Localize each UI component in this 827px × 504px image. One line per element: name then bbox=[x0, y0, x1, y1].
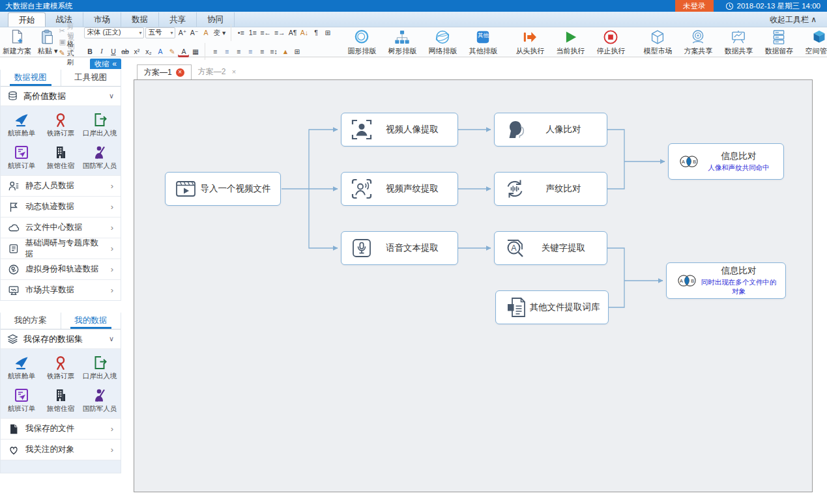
alignment-button[interactable]: ⊞ bbox=[291, 46, 302, 57]
layout-button[interactable]: 其他 其他排版 bbox=[463, 29, 503, 55]
flow-node-speech-text[interactable]: 语音文本提取 bbox=[341, 231, 458, 265]
section-saved-datasets[interactable]: 我保存的数据集 ∨ bbox=[1, 329, 121, 349]
dataset-tile[interactable]: 旅馆住宿 bbox=[41, 385, 80, 413]
alignment-button[interactable]: ≡↕ bbox=[268, 46, 279, 57]
flow-node-video-voice[interactable]: 视频声纹提取 bbox=[341, 172, 458, 206]
font-tool-button[interactable]: A⁻ bbox=[188, 27, 199, 38]
dataset-tile[interactable]: 铁路订票 bbox=[41, 352, 80, 381]
text-style-button[interactable]: I bbox=[96, 46, 107, 57]
chevron-down-icon: ∨ bbox=[109, 92, 114, 100]
collapse-sidebar-button[interactable]: 收缩 « bbox=[90, 59, 121, 69]
paragraph-tool-button[interactable]: ≡← bbox=[259, 27, 272, 38]
paragraph-tool-button[interactable]: ⊞ bbox=[322, 27, 333, 38]
dataset-tile[interactable]: 国防军人员 bbox=[80, 385, 119, 413]
paragraph-tool-button[interactable]: •≡ bbox=[235, 27, 246, 38]
text-style-button[interactable]: x₂ bbox=[143, 46, 154, 57]
format-painter-button[interactable]: ✎格式刷 bbox=[59, 48, 75, 58]
app-title: 大数据自主建模系统 bbox=[0, 1, 675, 11]
paragraph-tool-button[interactable]: A¶ bbox=[287, 27, 298, 38]
text-style-button[interactable]: ab bbox=[119, 46, 130, 57]
dataset-tile[interactable]: 口岸出入境 bbox=[80, 109, 119, 138]
layout-button[interactable]: 树形排版 bbox=[382, 29, 422, 55]
sidebar-category-row[interactable]: 虚拟身份和轨迹数据 › bbox=[1, 259, 121, 279]
text-style-button[interactable]: B bbox=[84, 46, 95, 57]
text-style-button[interactable]: ▦ bbox=[190, 46, 201, 57]
close-tab-icon[interactable]: × bbox=[229, 68, 238, 76]
layout-button[interactable]: 圆形排版 bbox=[341, 29, 382, 55]
sidebar-category-row[interactable]: 市场共享数据 › bbox=[1, 279, 121, 300]
font-tool-button[interactable]: A⁺ bbox=[177, 27, 188, 38]
plan-tab[interactable]: 方案—1 × bbox=[137, 64, 192, 79]
alignment-button[interactable]: ≡ bbox=[233, 46, 244, 57]
font-tool-button[interactable]: 变 ▾ bbox=[212, 27, 227, 38]
dataset-tile[interactable]: 航班订单 bbox=[2, 142, 41, 171]
new-plan-button[interactable]: 新建方案 bbox=[3, 29, 31, 55]
sidebar-category-row[interactable]: 动态轨迹数据 › bbox=[1, 196, 121, 217]
text-style-button[interactable]: x² bbox=[131, 46, 142, 57]
alignment-button[interactable]: ≡ bbox=[256, 46, 267, 57]
alignment-button[interactable]: ≡ bbox=[209, 46, 220, 57]
dataset-tile[interactable]: 航班舱单 bbox=[2, 109, 41, 138]
font-name-select[interactable]: 宋体 (正文)▾ bbox=[84, 27, 144, 38]
alignment-button[interactable]: ▲ bbox=[280, 46, 291, 57]
flow-node-other-files[interactable]: 其他文件提取词库 bbox=[495, 290, 609, 324]
login-status-badge[interactable]: 未登录 bbox=[675, 0, 714, 12]
alignment-button[interactable]: ≡ bbox=[244, 46, 255, 57]
paragraph-tool-button[interactable]: ¶ bbox=[310, 27, 321, 38]
search-a-icon: A bbox=[503, 236, 527, 260]
sidebar-category-row[interactable]: 基础调研与专题库数据 › bbox=[1, 238, 121, 259]
text-style-button[interactable]: ✎ bbox=[166, 46, 177, 57]
execute-button[interactable]: 停止执行 bbox=[590, 29, 631, 55]
share-button[interactable]: 空间管理 bbox=[799, 29, 827, 55]
text-style-button[interactable]: U bbox=[108, 46, 119, 57]
dataset-tile[interactable]: 航班订单 bbox=[2, 385, 41, 413]
plan-tab[interactable]: 方案—2 × bbox=[192, 64, 245, 79]
flow-node-info-compare-1[interactable]: AB 信息比对 人像和声纹共同命中 bbox=[668, 143, 784, 180]
flow-node-face-compare[interactable]: 人像比对 bbox=[494, 113, 607, 147]
dataset-tile[interactable]: 旅馆住宿 bbox=[41, 142, 80, 171]
flow-canvas[interactable]: 导入一个视频文件 视频人像提取 视频声纹提取 bbox=[134, 79, 813, 492]
tree-layout-icon bbox=[393, 29, 411, 46]
paragraph-tool-button[interactable]: ≡→ bbox=[273, 27, 287, 38]
sidebar-tab[interactable]: 数据视图 bbox=[1, 70, 61, 86]
text-style-button[interactable]: A bbox=[154, 46, 166, 57]
chevron-right-icon: › bbox=[111, 445, 113, 455]
dataset-tile[interactable]: 国防军人员 bbox=[80, 142, 119, 171]
flow-node-info-compare-2[interactable]: AB 信息比对 同时出现在多个文件中的对象 bbox=[666, 262, 786, 299]
sidebar-tab[interactable]: 我的方案 bbox=[1, 313, 61, 329]
text-style-button[interactable]: A bbox=[178, 46, 189, 57]
sidebar-category-row[interactable]: 静态人员数据 › bbox=[1, 175, 121, 196]
share-button[interactable]: 模型市场 bbox=[637, 29, 678, 55]
font-tool-button[interactable]: A bbox=[200, 27, 211, 38]
section-high-value-data[interactable]: 高价值数据 ∨ bbox=[1, 87, 121, 106]
sidebar-tab[interactable]: 我的数据 bbox=[61, 313, 121, 329]
execute-button[interactable]: 当前执行 bbox=[550, 29, 590, 55]
sidebar-tab[interactable]: 工具视图 bbox=[61, 70, 121, 86]
ribbon-tab[interactable]: 开始 bbox=[8, 12, 46, 27]
layout-button[interactable]: 网络排版 bbox=[422, 29, 463, 55]
paste-button[interactable]: 粘贴 ▾ bbox=[38, 29, 58, 55]
sidebar-category-row[interactable]: 我保存的文件 › bbox=[1, 418, 121, 439]
font-size-select[interactable]: 五号▾ bbox=[145, 27, 175, 38]
network-layout-icon bbox=[433, 29, 452, 46]
ribbon-tab[interactable]: 战法 bbox=[46, 12, 83, 27]
sidebar-category-row[interactable]: 我关注的对象 › bbox=[1, 439, 121, 460]
share-button[interactable]: 方案共享 bbox=[678, 29, 718, 55]
paragraph-tool-button[interactable]: 1≡ bbox=[247, 27, 258, 38]
flow-node-voice-compare[interactable]: 声纹比对 bbox=[494, 172, 607, 206]
close-tab-icon[interactable]: × bbox=[176, 68, 184, 77]
execute-button[interactable]: 从头执行 bbox=[510, 29, 550, 55]
paragraph-tool-button[interactable]: A↓ bbox=[298, 27, 310, 38]
sidebar-category-row[interactable]: 云文件中心数据 › bbox=[1, 217, 121, 238]
flow-node-keyword[interactable]: A 关键字提取 bbox=[494, 231, 607, 265]
share-button[interactable]: 数据留存 bbox=[759, 29, 799, 55]
dataset-tile[interactable]: 航班舱单 bbox=[2, 352, 41, 381]
dataset-tile[interactable]: 铁路订票 bbox=[41, 109, 80, 138]
share-button[interactable]: 数据共享 bbox=[718, 29, 759, 55]
dataset-tile[interactable]: 口岸出入境 bbox=[80, 352, 119, 381]
flow-node-import-video[interactable]: 导入一个视频文件 bbox=[165, 172, 281, 206]
alignment-button[interactable]: ≡ bbox=[221, 46, 232, 57]
plane-blue-icon bbox=[14, 355, 29, 371]
flow-node-video-face[interactable]: 视频人像提取 bbox=[341, 113, 458, 147]
collapse-toolbar-button[interactable]: 收起工具栏 ∧ bbox=[770, 12, 827, 27]
